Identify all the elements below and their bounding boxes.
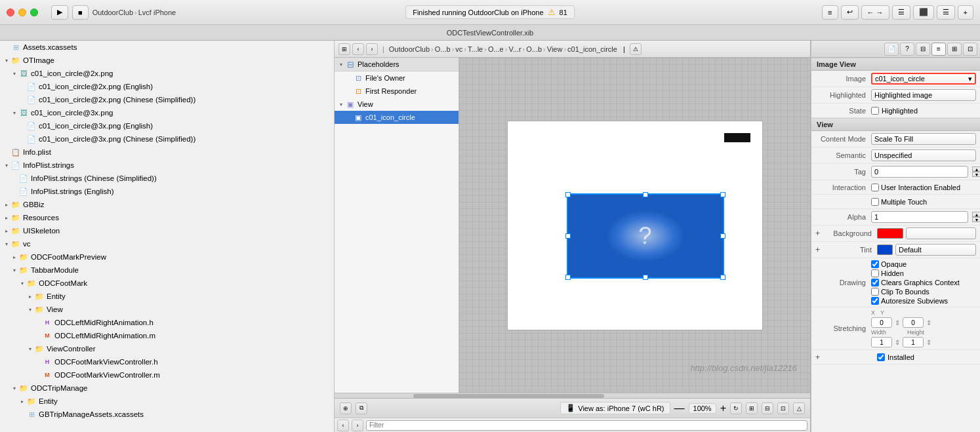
xib-path-ob2[interactable]: O...b [526, 45, 542, 53]
first-responder-item[interactable]: ⊡ First Responder [335, 85, 459, 98]
tree-item-odctripmanage[interactable]: 📁 ODCTripManage [0, 382, 334, 395]
breakpoint-button[interactable]: ↩ [841, 5, 859, 20]
xib-path-c01[interactable]: c01_icon_circle [567, 45, 617, 53]
tree-item-tabbarmodule[interactable]: 📁 TabbarModule [0, 264, 334, 277]
disclosure-viewcontroller[interactable] [26, 345, 34, 353]
installed-checkbox[interactable] [877, 353, 885, 361]
stretch-stepper-h[interactable]: ⇕ [926, 337, 931, 347]
tree-item-odcfootmark-h[interactable]: H ODCFootMarkViewController.h [0, 355, 334, 368]
tree-item-assets[interactable]: ⊞ Assets.xcassets [0, 41, 334, 54]
tree-item-viewcontroller[interactable]: 📁 ViewController [0, 342, 334, 355]
tree-item-resources[interactable]: 📁 Resources [0, 211, 334, 224]
disclosure-placeholders[interactable] [337, 60, 345, 68]
clears-graphics-checkbox[interactable] [871, 279, 879, 286]
nav-forward-button[interactable]: › [366, 43, 378, 55]
disclosure-odcfootmark[interactable] [18, 279, 26, 287]
inspector-tab-quick-help[interactable]: ? [900, 43, 914, 56]
tint-color-swatch[interactable] [877, 245, 893, 255]
tint-select[interactable]: Default [895, 244, 976, 256]
navigator-button[interactable]: ☰ [892, 5, 910, 20]
tree-item-odcleft-m[interactable]: M ODCLeftMidRightAnimation.m [0, 329, 334, 342]
xib-path-vr[interactable]: V...r [508, 45, 521, 53]
xib-nav[interactable]: ⊞ ‹ › | OutdoorClub › O...b › vc › T...l… [335, 41, 810, 58]
disclosure-view[interactable] [337, 100, 345, 108]
tree-item-infoplist-strings[interactable]: 📄 InfoPlist.strings [0, 159, 334, 172]
tree-item-vc[interactable]: 📁 vc [0, 237, 334, 250]
tree-item-infoplist-cn[interactable]: 📄 InfoPlist.strings (Chinese (Simplified… [0, 172, 334, 185]
file-tree[interactable]: ⊞ Assets.xcassets 📁 OTImage 🖼 c01_icon_c… [0, 41, 335, 432]
selected-image-view[interactable]: ? [567, 193, 724, 279]
disclosure-odcfootmarkpreview[interactable] [10, 253, 18, 261]
handle-topmid[interactable] [643, 192, 648, 197]
background-plus-btn[interactable]: + [815, 229, 820, 238]
handle-topright[interactable] [720, 192, 725, 197]
disclosure-otimage[interactable] [3, 56, 10, 64]
tree-item-c01-2x-cn[interactable]: 📄 c01_icon_circle@2x.png (Chinese (Simpl… [0, 93, 334, 106]
highlighted-select[interactable]: Highlighted image [871, 89, 976, 101]
clip-to-bounds-checkbox[interactable] [871, 288, 879, 296]
state-checkbox[interactable] [871, 107, 879, 115]
disclosure-view-footmark[interactable] [26, 305, 34, 313]
image-select[interactable]: c01_icon_circle ▾ [871, 73, 976, 85]
disclosure-c01-3x[interactable] [10, 109, 18, 117]
inspector-tab-file[interactable]: 📄 [884, 43, 899, 56]
handle-bottommid[interactable] [643, 275, 648, 280]
disclosure-entity-trip[interactable] [18, 397, 26, 405]
handle-bottomright[interactable] [720, 275, 725, 280]
phone-canvas[interactable]: ? [507, 121, 763, 330]
xib-path-vc[interactable]: vc [455, 45, 462, 53]
stretch-stepper-y[interactable]: ⇕ [926, 317, 931, 328]
tag-increment-btn[interactable]: ▲ [972, 167, 980, 172]
inspector-button[interactable]: ☰ [937, 5, 955, 20]
add-constraint-button[interactable]: ⊕ [340, 403, 352, 414]
tree-item-c01-2x[interactable]: 🖼 c01_icon_circle@2x.png [0, 67, 334, 80]
arrange-button[interactable]: ⊞ [746, 403, 758, 414]
alpha-increment-btn[interactable]: ▲ [972, 212, 980, 217]
tree-item-c01-2x-en[interactable]: 📄 c01_icon_circle@2x.png (English) [0, 80, 334, 93]
hidden-checkbox[interactable] [871, 269, 879, 277]
back-forward-button[interactable]: ← → [861, 5, 889, 20]
opaque-checkbox[interactable] [871, 260, 879, 268]
tree-item-gbtripmanage-assets[interactable]: ⊞ GBTripManageAssets.xcassets [0, 408, 334, 421]
handle-midleft[interactable] [565, 233, 571, 239]
handle-topleft[interactable] [565, 192, 571, 197]
zoom-in-button[interactable]: + [720, 403, 726, 414]
alpha-input[interactable] [871, 211, 968, 223]
disclosure-gbbiz[interactable] [3, 201, 10, 208]
stretch-width-input[interactable] [871, 337, 892, 347]
scheme-selector[interactable]: OutdoorClub › Lvcf iPhone [92, 9, 176, 16]
tree-item-odcfootmark[interactable]: 📁 ODCFootMark [0, 277, 334, 290]
close-button[interactable] [7, 9, 14, 16]
background-color-swatch[interactable] [877, 228, 903, 239]
traffic-lights[interactable] [7, 9, 38, 16]
tree-item-odcfootmarkpreview[interactable]: 📁 ODCFootMarkPreview [0, 250, 334, 264]
inspector-tab-size[interactable]: ⊞ [947, 43, 962, 56]
stop-button[interactable]: ■ [72, 5, 89, 20]
disclosure-resources[interactable] [3, 214, 10, 222]
disclosure-uiskeleton[interactable] [3, 227, 10, 235]
stretch-x-input[interactable] [871, 317, 892, 328]
grid-view-button[interactable]: ⊞ [338, 43, 350, 55]
multiple-touch-checkbox[interactable] [871, 198, 879, 206]
play-button[interactable]: ▶ [51, 5, 68, 20]
alpha-stepper[interactable]: ▲ ▼ [972, 212, 980, 222]
stretch-height-input[interactable] [903, 337, 924, 347]
filter-back-btn[interactable]: ‹ [337, 420, 349, 431]
pin-button[interactable]: ⊡ [777, 403, 789, 414]
tree-item-infoplist-en[interactable]: 📄 InfoPlist.strings (English) [0, 185, 334, 198]
view-tree-item[interactable]: ▣ View [335, 98, 459, 111]
alpha-decrement-btn[interactable]: ▼ [972, 217, 980, 222]
align-button[interactable]: ⊟ [762, 403, 773, 414]
tag-decrement-btn[interactable]: ▼ [972, 172, 980, 177]
xib-path-oe[interactable]: O...e [488, 45, 504, 53]
installed-plus-btn[interactable]: + [815, 353, 820, 362]
tree-item-c01-3x[interactable]: 🖼 c01_icon_circle@3x.png [0, 106, 334, 119]
tree-item-odcleft-h[interactable]: H ODCLeftMidRightAnimation.h [0, 316, 334, 329]
add-button[interactable]: + [958, 5, 973, 20]
inspector-tab-identity[interactable]: ⊟ [916, 43, 930, 56]
scrollbar-thumb[interactable] [413, 394, 604, 398]
tree-item-info-plist[interactable]: 📋 Info.plist [0, 146, 334, 159]
tag-stepper[interactable]: ▲ ▼ [972, 167, 980, 177]
tree-item-uiskeleton[interactable]: 📁 UISkeleton [0, 224, 334, 237]
disclosure-c01-2x[interactable] [10, 69, 18, 77]
